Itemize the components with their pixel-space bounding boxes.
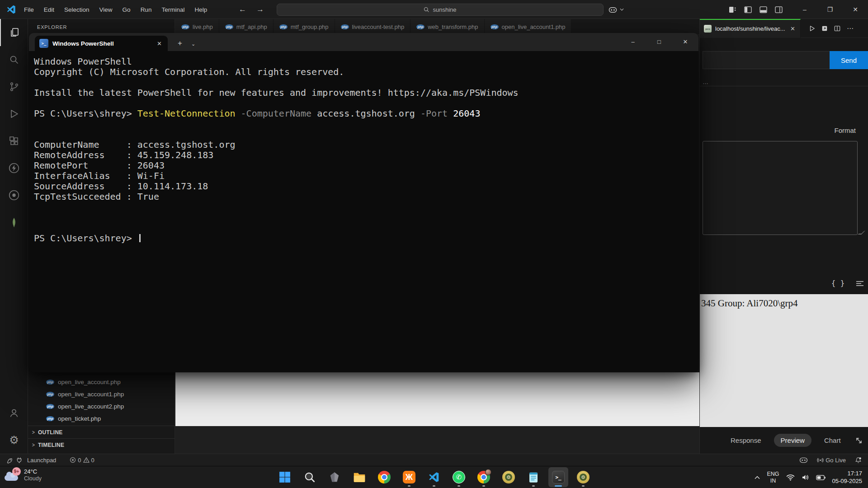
taskbar-chrome-profile-icon[interactable] — [474, 467, 494, 487]
editor-tab[interactable]: phpliveaccount-test.php — [335, 19, 411, 34]
copilot-status-icon[interactable] — [799, 457, 808, 463]
sidebar-item-live-server[interactable] — [0, 182, 28, 209]
menu-edit[interactable]: Edit — [39, 6, 59, 13]
menu-selection[interactable]: Selection — [59, 6, 94, 13]
file-item[interactable]: phpopen_live_account2.php — [28, 400, 175, 413]
split-editor-icon[interactable] — [834, 25, 840, 32]
php-file-icon: php — [416, 24, 425, 29]
taskbar-whatsapp-icon[interactable]: ✆ — [449, 467, 469, 487]
sidebar-item-explorer[interactable] — [0, 19, 28, 46]
go-live-button[interactable]: Go Live — [815, 457, 848, 464]
section-outline[interactable]: >OUTLINE — [28, 426, 175, 438]
tab-chart[interactable]: Chart — [823, 434, 842, 447]
editor-tab[interactable]: phpmtf_api.php — [219, 19, 274, 34]
volume-icon[interactable] — [802, 474, 809, 481]
settings-button[interactable]: ⚙ — [0, 427, 28, 454]
braces-icon[interactable]: { } — [831, 279, 845, 287]
clock[interactable]: 17:17 05-09-2025 — [832, 470, 863, 485]
sidebar-item-run-debug[interactable] — [0, 100, 28, 127]
preview-panel: pos localhost/sunshine/liveac... ✕ ⋯ Sen… — [699, 19, 868, 454]
vscode-titlebar: FileEditSelectionViewGoRunTerminalHelp ←… — [0, 0, 868, 19]
back-icon[interactable]: ← — [239, 5, 246, 14]
menu-run[interactable]: Run — [136, 6, 157, 13]
close-terminal-tab-icon[interactable]: ✕ — [156, 40, 163, 47]
expand-diagonal-icon[interactable] — [855, 437, 863, 444]
file-item[interactable]: phpopen_live_account1.php — [28, 388, 175, 400]
send-button[interactable]: Send — [830, 51, 868, 69]
new-tab-button[interactable]: + — [178, 39, 182, 48]
sidebar-item-search[interactable] — [0, 46, 28, 73]
terminal-maximize-button[interactable]: □ — [649, 33, 670, 50]
account-button[interactable] — [0, 399, 28, 427]
hidden-icons-chevron[interactable] — [755, 476, 760, 479]
desktop: FileEditSelectionViewGoRunTerminalHelp ←… — [0, 0, 868, 488]
taskbar-gem-app-icon[interactable] — [325, 467, 344, 487]
sidebar-item-extensions[interactable] — [0, 127, 28, 155]
menu-file[interactable]: File — [19, 6, 39, 13]
launchpad-status[interactable]: Launchpad — [25, 457, 58, 464]
menu-terminal[interactable]: Terminal — [156, 6, 189, 13]
terminal-output[interactable]: Windows PowerShellCopyright (C) Microsof… — [29, 51, 698, 244]
tab-localhost-preview[interactable]: pos localhost/sunshine/liveac... ✕ — [700, 19, 801, 38]
taskbar-terminal-icon[interactable]: >_ — [548, 467, 568, 487]
bell-icon[interactable] — [855, 457, 862, 464]
file-item[interactable]: phpopen_ticket.php — [28, 413, 175, 425]
menu-go[interactable]: Go — [118, 6, 136, 13]
copilot-group[interactable] — [609, 0, 624, 19]
editor-tab[interactable]: phplive.php — [175, 19, 219, 34]
taskbar-file-explorer-icon[interactable] — [349, 467, 369, 487]
body-textarea[interactable] — [703, 141, 858, 235]
menu-view[interactable]: View — [94, 6, 118, 13]
taskbar-chrome-icon[interactable] — [374, 467, 394, 487]
sidebar-item-mongodb[interactable] — [0, 209, 28, 236]
tab-response[interactable]: Response — [730, 434, 762, 447]
terminal-minimize-button[interactable]: – — [623, 33, 643, 50]
run-icon[interactable] — [809, 25, 815, 32]
url-input[interactable] — [703, 51, 830, 69]
editor-tab[interactable]: phpweb_transform.php — [410, 19, 484, 34]
file-item[interactable]: phpopen_live_account.php — [28, 376, 175, 388]
toggle-secondary-sidebar-icon[interactable] — [775, 6, 783, 13]
minimize-button[interactable]: – — [792, 0, 817, 19]
customize-layout-icon[interactable] — [729, 6, 736, 13]
terminal-tab[interactable]: >_ Windows PowerShell ✕ — [35, 36, 168, 51]
sidebar-item-source-control[interactable] — [0, 73, 28, 100]
battery-icon[interactable] — [816, 475, 826, 480]
sidebar-item-thunder-client[interactable] — [0, 155, 28, 182]
language-indicator[interactable]: ENG IN — [767, 471, 779, 484]
terminal-close-button[interactable]: ✕ — [675, 33, 696, 50]
problems-status[interactable]: 0 0 — [68, 457, 96, 464]
terminal-titlebar[interactable]: >_ Windows PowerShell ✕ + ⌄ – □ ✕ — [29, 33, 698, 51]
taskbar-xampp-icon[interactable]: Ж — [399, 467, 419, 487]
tab-preview[interactable]: Preview — [774, 434, 811, 447]
terminal-line — [34, 129, 693, 140]
forward-icon[interactable]: → — [256, 5, 264, 14]
taskbar-trading-app-2-icon[interactable]: ⚙ — [573, 467, 593, 487]
close-button[interactable]: ✕ — [843, 0, 868, 19]
taskbar-trading-app-icon[interactable]: ⚙ — [499, 467, 519, 487]
taskbar-notepad-icon[interactable] — [524, 467, 543, 487]
powershell-window[interactable]: >_ Windows PowerShell ✕ + ⌄ – □ ✕ Window… — [29, 33, 698, 372]
taskbar-vscode-icon[interactable] — [424, 467, 444, 487]
textarea-resize-handle[interactable] — [858, 230, 866, 235]
open-in-editor-icon[interactable] — [821, 25, 828, 32]
raw-lines-icon[interactable] — [856, 281, 864, 286]
taskbar-search-icon[interactable] — [300, 467, 320, 487]
toggle-sidebar-icon[interactable] — [744, 6, 752, 13]
php-file-icon: php — [46, 392, 54, 397]
restore-button[interactable]: ❐ — [817, 0, 843, 19]
weather-widget[interactable]: 9+ 24°C Cloudy — [5, 468, 42, 483]
menu-help[interactable]: Help — [189, 6, 212, 13]
close-tab-icon[interactable]: ✕ — [789, 25, 796, 32]
command-center-search[interactable]: sunshine — [277, 4, 604, 16]
wifi-icon[interactable] — [786, 474, 795, 481]
section-timeline[interactable]: >TIMELINE — [28, 438, 175, 451]
php-file-icon: php — [46, 380, 54, 385]
editor-tab[interactable]: phpmtf_group.php — [274, 19, 335, 34]
php-file-icon: php — [279, 24, 288, 29]
more-actions-icon[interactable]: ⋯ — [847, 24, 854, 33]
toggle-panel-icon[interactable] — [760, 6, 767, 13]
editor-tab[interactable]: phpopen_live_account1.php — [485, 19, 572, 34]
taskbar-start-icon[interactable] — [275, 467, 295, 487]
tab-dropdown-icon[interactable]: ⌄ — [191, 41, 195, 47]
